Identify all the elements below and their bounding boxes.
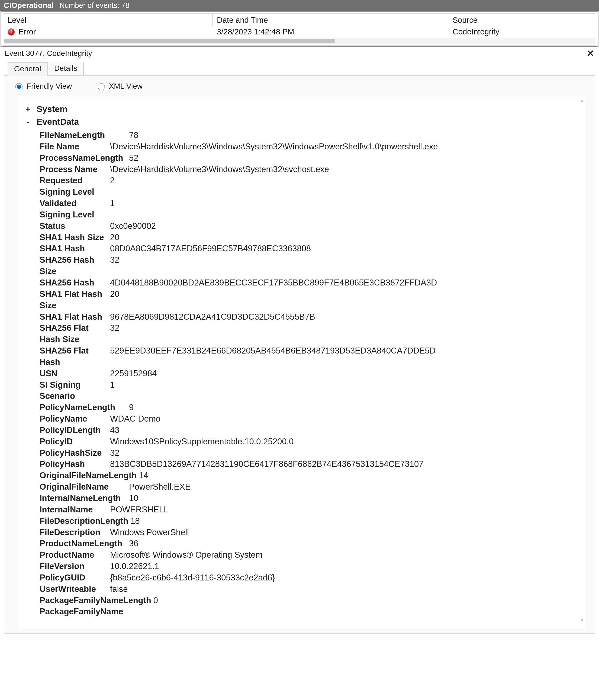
kv-value: 1 [110,198,580,220]
kv-row: PackageFamilyNameLength0 [40,595,580,606]
kv-value: 2259152984 [110,368,580,379]
kv-key: UserWriteable [40,583,110,595]
level-text: Error [19,27,36,36]
window-title-bar: CIOperational Number of events: 78 [0,0,599,11]
kv-row: Process Name\Device\HarddiskVolume3\Wind… [40,164,580,175]
col-header-date[interactable]: Date and Time [213,14,448,26]
col-header-level[interactable]: Level [3,14,213,26]
kv-row: Requested Signing Level2 [40,175,580,198]
kv-row: FileVersion10.0.22621.1 [40,561,580,572]
kv-value [129,606,580,617]
kv-key: PackageFamilyName [40,606,129,617]
kv-key: ProcessNameLength [40,152,129,164]
kv-value: Windows PowerShell [110,527,580,538]
kv-row: FileDescriptionWindows PowerShell [40,527,580,538]
kv-key: Process Name [40,164,110,175]
kv-row: SHA1 Flat Hash9678EA8069D9812CDA2A41C9D3… [40,311,580,323]
kv-value: 52 [129,152,580,164]
tab-general[interactable]: General [7,62,48,76]
kv-key: SHA1 Hash [40,243,110,254]
kv-row: PolicyNameLength9 [40,402,580,413]
kv-key: FileNameLength [40,130,129,141]
kv-value: 9678EA8069D9812CDA2A41C9D3DC32D5C4555B7B [110,311,580,323]
kv-key: PackageFamilyNameLength [40,595,153,606]
kv-row: SHA256 Hash Size32 [40,254,580,277]
tab-details[interactable]: Details [48,62,84,75]
kv-row: ProductNameLength36 [40,538,580,549]
eventdata-fields: FileNameLength78File Name\Device\Harddis… [40,130,580,617]
kv-key: InternalName [40,504,110,516]
kv-row: OriginalFileNamePowerShell.EXE [40,481,580,493]
kv-value: 08D0A8C34B717AED56F99EC57B49788EC3363808 [110,243,580,254]
kv-value: 36 [129,538,580,549]
kv-key: SI Signing Scenario [40,379,110,402]
col-header-source[interactable]: Source [448,14,596,26]
kv-value: 4D0448188B90020BD2AE839BECC3ECF17F35BBC8… [110,277,580,289]
radio-friendly-label: Friendly View [27,82,72,91]
kv-value: 9 [129,402,580,413]
kv-row: OriginalFileNameLength14 [40,470,580,481]
kv-value: \Device\HarddiskVolume3\Windows\System32… [110,164,580,175]
radio-xml-view[interactable]: XML View [97,82,143,91]
kv-key: Validated Signing Level [40,198,110,220]
system-node[interactable]: + System [23,104,580,114]
kv-key: FileDescription [40,527,110,538]
kv-value: 18 [130,516,580,527]
events-grid-frame: Level Date and Time Source Error 3/28/20… [1,11,598,47]
kv-key: OriginalFileName [40,481,129,493]
kv-value: 1 [110,379,580,402]
kv-key: PolicyIDLength [40,425,110,436]
table-row[interactable]: Error 3/28/2023 1:42:48 PM CodeIntegrity [3,26,596,36]
kv-row: File Name\Device\HarddiskVolume3\Windows… [40,141,580,152]
kv-key: FileDescriptionLength [40,516,130,527]
radio-friendly-input[interactable] [16,83,23,90]
details-tree-card: ˄ + System - EventData FileNameLength78F… [18,97,585,629]
collapse-icon[interactable]: - [23,117,32,127]
event-count-label: Number of events: 78 [59,1,129,10]
scroll-down-icon[interactable]: ˅ [580,618,584,628]
radio-friendly-view[interactable]: Friendly View [14,82,72,91]
kv-value: 32 [110,447,580,459]
kv-value: 14 [139,470,580,481]
kv-row: PolicyHashSize32 [40,447,580,459]
event-title: Event 3077, CodeIntegrity [4,49,92,58]
scrollbar-thumb[interactable] [4,39,335,43]
kv-key: FileVersion [40,561,110,572]
kv-value: 529EE9D30EEF7E331B24E66D68205AB4554B6EB3… [110,345,580,368]
eventdata-node[interactable]: - EventData [23,117,580,127]
kv-row: SHA1 Hash08D0A8C34B717AED56F99EC57B49788… [40,243,580,254]
kv-key: USN [40,368,110,379]
kv-row: UserWriteablefalse [40,583,580,595]
kv-key: InternalNameLength [40,493,129,504]
kv-value: 43 [110,425,580,436]
kv-row: ProductNameMicrosoft® Windows® Operating… [40,549,580,561]
kv-row: SHA256 Hash4D0448188B90020BD2AE839BECC3E… [40,277,580,289]
kv-key: SHA1 Flat Hash Size [40,289,110,311]
details-panel: Friendly View XML View ˄ + System - Even… [4,75,595,633]
event-detail-header: Event 3077, CodeIntegrity ✕ [0,47,599,60]
scroll-up-icon[interactable]: ˄ [580,99,584,109]
kv-key: Status [40,220,110,232]
kv-key: SHA1 Flat Hash [40,311,110,323]
horizontal-scrollbar[interactable] [4,38,595,44]
kv-value: 20 [110,232,580,243]
kv-value: 32 [110,322,580,345]
kv-row: PackageFamilyName [40,606,580,617]
radio-xml-input[interactable] [98,83,105,90]
kv-key: OriginalFileNameLength [40,470,139,481]
kv-value: 32 [110,254,580,277]
kv-value: \Device\HarddiskVolume3\Windows\System32… [110,141,580,152]
error-icon [7,28,15,35]
kv-value: 10 [129,493,580,504]
kv-key: SHA1 Hash Size [40,232,110,243]
kv-row: PolicyIDLength43 [40,425,580,436]
close-icon[interactable]: ✕ [585,49,595,58]
expand-icon[interactable]: + [23,104,32,114]
kv-value: 78 [129,130,580,141]
kv-value: 10.0.22621.1 [110,561,580,572]
kv-value: {b8a5ce26-c6b6-413d-9116-30533c2e2ad6} [110,572,580,583]
cell-date: 3/28/2023 1:42:48 PM [213,26,448,36]
kv-row: PolicyHash813BC3DB5D13269A77142831190CE6… [40,458,580,470]
kv-value: Windows10SPolicySupplementable.10.0.2520… [110,436,580,447]
log-name-label: CIOperational [4,1,54,10]
